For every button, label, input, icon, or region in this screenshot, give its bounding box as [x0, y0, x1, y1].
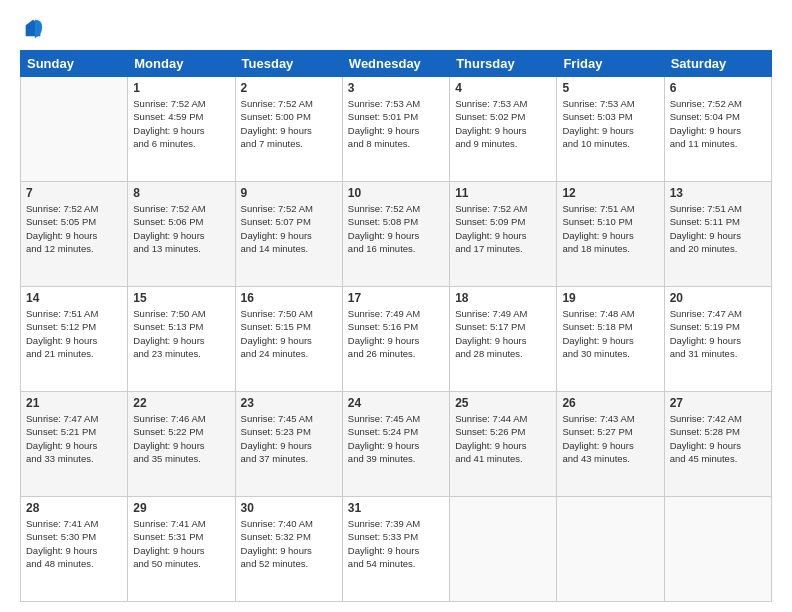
day-cell: 24Sunrise: 7:45 AM Sunset: 5:24 PM Dayli…: [342, 392, 449, 497]
day-info: Sunrise: 7:51 AM Sunset: 5:10 PM Dayligh…: [562, 202, 658, 255]
day-cell: 2Sunrise: 7:52 AM Sunset: 5:00 PM Daylig…: [235, 77, 342, 182]
day-cell: 19Sunrise: 7:48 AM Sunset: 5:18 PM Dayli…: [557, 287, 664, 392]
day-info: Sunrise: 7:46 AM Sunset: 5:22 PM Dayligh…: [133, 412, 229, 465]
week-row-2: 14Sunrise: 7:51 AM Sunset: 5:12 PM Dayli…: [21, 287, 772, 392]
logo: [20, 18, 44, 40]
day-info: Sunrise: 7:52 AM Sunset: 4:59 PM Dayligh…: [133, 97, 229, 150]
day-cell: [664, 497, 771, 602]
day-number: 28: [26, 501, 122, 515]
day-number: 7: [26, 186, 122, 200]
day-cell: 12Sunrise: 7:51 AM Sunset: 5:10 PM Dayli…: [557, 182, 664, 287]
day-cell: 5Sunrise: 7:53 AM Sunset: 5:03 PM Daylig…: [557, 77, 664, 182]
day-info: Sunrise: 7:52 AM Sunset: 5:04 PM Dayligh…: [670, 97, 766, 150]
day-number: 22: [133, 396, 229, 410]
day-number: 8: [133, 186, 229, 200]
day-number: 2: [241, 81, 337, 95]
day-cell: [557, 497, 664, 602]
page: SundayMondayTuesdayWednesdayThursdayFrid…: [0, 0, 792, 612]
day-number: 11: [455, 186, 551, 200]
day-info: Sunrise: 7:53 AM Sunset: 5:01 PM Dayligh…: [348, 97, 444, 150]
header: [20, 18, 772, 40]
day-cell: 8Sunrise: 7:52 AM Sunset: 5:06 PM Daylig…: [128, 182, 235, 287]
week-row-1: 7Sunrise: 7:52 AM Sunset: 5:05 PM Daylig…: [21, 182, 772, 287]
day-info: Sunrise: 7:39 AM Sunset: 5:33 PM Dayligh…: [348, 517, 444, 570]
day-number: 29: [133, 501, 229, 515]
day-info: Sunrise: 7:52 AM Sunset: 5:09 PM Dayligh…: [455, 202, 551, 255]
weekday-thursday: Thursday: [450, 51, 557, 77]
day-info: Sunrise: 7:51 AM Sunset: 5:12 PM Dayligh…: [26, 307, 122, 360]
day-info: Sunrise: 7:47 AM Sunset: 5:21 PM Dayligh…: [26, 412, 122, 465]
day-number: 4: [455, 81, 551, 95]
week-row-4: 28Sunrise: 7:41 AM Sunset: 5:30 PM Dayli…: [21, 497, 772, 602]
day-info: Sunrise: 7:51 AM Sunset: 5:11 PM Dayligh…: [670, 202, 766, 255]
day-info: Sunrise: 7:52 AM Sunset: 5:00 PM Dayligh…: [241, 97, 337, 150]
day-info: Sunrise: 7:45 AM Sunset: 5:24 PM Dayligh…: [348, 412, 444, 465]
logo-icon: [22, 18, 44, 40]
day-number: 21: [26, 396, 122, 410]
day-number: 25: [455, 396, 551, 410]
calendar-table: SundayMondayTuesdayWednesdayThursdayFrid…: [20, 50, 772, 602]
day-cell: 23Sunrise: 7:45 AM Sunset: 5:23 PM Dayli…: [235, 392, 342, 497]
day-number: 27: [670, 396, 766, 410]
day-number: 24: [348, 396, 444, 410]
weekday-wednesday: Wednesday: [342, 51, 449, 77]
day-cell: [450, 497, 557, 602]
day-cell: 31Sunrise: 7:39 AM Sunset: 5:33 PM Dayli…: [342, 497, 449, 602]
day-number: 13: [670, 186, 766, 200]
day-number: 6: [670, 81, 766, 95]
day-info: Sunrise: 7:53 AM Sunset: 5:03 PM Dayligh…: [562, 97, 658, 150]
day-cell: 3Sunrise: 7:53 AM Sunset: 5:01 PM Daylig…: [342, 77, 449, 182]
day-info: Sunrise: 7:52 AM Sunset: 5:08 PM Dayligh…: [348, 202, 444, 255]
day-number: 15: [133, 291, 229, 305]
day-info: Sunrise: 7:52 AM Sunset: 5:07 PM Dayligh…: [241, 202, 337, 255]
day-cell: 30Sunrise: 7:40 AM Sunset: 5:32 PM Dayli…: [235, 497, 342, 602]
day-info: Sunrise: 7:48 AM Sunset: 5:18 PM Dayligh…: [562, 307, 658, 360]
day-cell: 13Sunrise: 7:51 AM Sunset: 5:11 PM Dayli…: [664, 182, 771, 287]
day-number: 9: [241, 186, 337, 200]
day-cell: 17Sunrise: 7:49 AM Sunset: 5:16 PM Dayli…: [342, 287, 449, 392]
day-cell: 14Sunrise: 7:51 AM Sunset: 5:12 PM Dayli…: [21, 287, 128, 392]
day-cell: 29Sunrise: 7:41 AM Sunset: 5:31 PM Dayli…: [128, 497, 235, 602]
day-number: 16: [241, 291, 337, 305]
day-number: 17: [348, 291, 444, 305]
day-info: Sunrise: 7:49 AM Sunset: 5:16 PM Dayligh…: [348, 307, 444, 360]
day-number: 20: [670, 291, 766, 305]
day-info: Sunrise: 7:52 AM Sunset: 5:05 PM Dayligh…: [26, 202, 122, 255]
day-cell: 21Sunrise: 7:47 AM Sunset: 5:21 PM Dayli…: [21, 392, 128, 497]
day-cell: 4Sunrise: 7:53 AM Sunset: 5:02 PM Daylig…: [450, 77, 557, 182]
day-cell: 20Sunrise: 7:47 AM Sunset: 5:19 PM Dayli…: [664, 287, 771, 392]
day-info: Sunrise: 7:47 AM Sunset: 5:19 PM Dayligh…: [670, 307, 766, 360]
day-number: 12: [562, 186, 658, 200]
day-cell: 6Sunrise: 7:52 AM Sunset: 5:04 PM Daylig…: [664, 77, 771, 182]
week-row-0: 1Sunrise: 7:52 AM Sunset: 4:59 PM Daylig…: [21, 77, 772, 182]
day-number: 19: [562, 291, 658, 305]
day-cell: [21, 77, 128, 182]
week-row-3: 21Sunrise: 7:47 AM Sunset: 5:21 PM Dayli…: [21, 392, 772, 497]
day-cell: 7Sunrise: 7:52 AM Sunset: 5:05 PM Daylig…: [21, 182, 128, 287]
day-cell: 22Sunrise: 7:46 AM Sunset: 5:22 PM Dayli…: [128, 392, 235, 497]
day-number: 1: [133, 81, 229, 95]
day-info: Sunrise: 7:42 AM Sunset: 5:28 PM Dayligh…: [670, 412, 766, 465]
weekday-sunday: Sunday: [21, 51, 128, 77]
day-cell: 10Sunrise: 7:52 AM Sunset: 5:08 PM Dayli…: [342, 182, 449, 287]
weekday-friday: Friday: [557, 51, 664, 77]
day-number: 26: [562, 396, 658, 410]
day-cell: 28Sunrise: 7:41 AM Sunset: 5:30 PM Dayli…: [21, 497, 128, 602]
day-info: Sunrise: 7:41 AM Sunset: 5:30 PM Dayligh…: [26, 517, 122, 570]
weekday-saturday: Saturday: [664, 51, 771, 77]
day-cell: 27Sunrise: 7:42 AM Sunset: 5:28 PM Dayli…: [664, 392, 771, 497]
day-number: 30: [241, 501, 337, 515]
day-info: Sunrise: 7:52 AM Sunset: 5:06 PM Dayligh…: [133, 202, 229, 255]
day-number: 5: [562, 81, 658, 95]
day-cell: 11Sunrise: 7:52 AM Sunset: 5:09 PM Dayli…: [450, 182, 557, 287]
day-number: 23: [241, 396, 337, 410]
day-info: Sunrise: 7:43 AM Sunset: 5:27 PM Dayligh…: [562, 412, 658, 465]
day-info: Sunrise: 7:40 AM Sunset: 5:32 PM Dayligh…: [241, 517, 337, 570]
day-cell: 16Sunrise: 7:50 AM Sunset: 5:15 PM Dayli…: [235, 287, 342, 392]
day-info: Sunrise: 7:50 AM Sunset: 5:15 PM Dayligh…: [241, 307, 337, 360]
day-info: Sunrise: 7:44 AM Sunset: 5:26 PM Dayligh…: [455, 412, 551, 465]
day-info: Sunrise: 7:50 AM Sunset: 5:13 PM Dayligh…: [133, 307, 229, 360]
weekday-tuesday: Tuesday: [235, 51, 342, 77]
day-number: 18: [455, 291, 551, 305]
day-info: Sunrise: 7:45 AM Sunset: 5:23 PM Dayligh…: [241, 412, 337, 465]
